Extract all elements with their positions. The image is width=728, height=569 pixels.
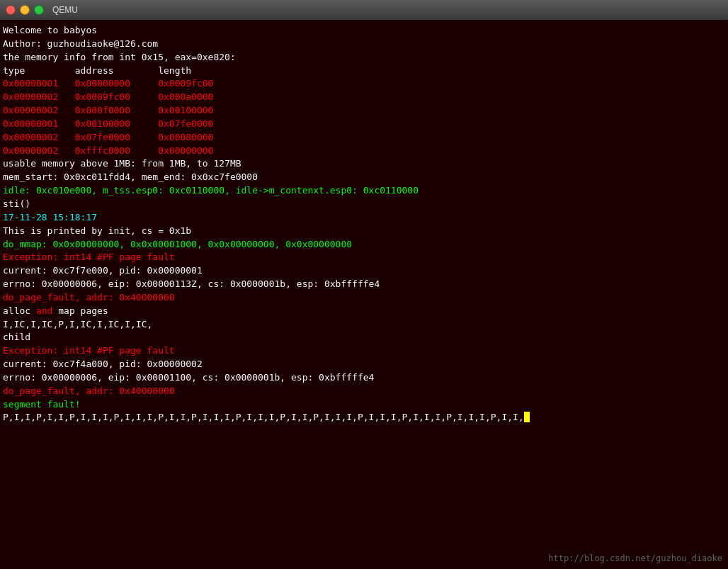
line-18: Exception: int14 #PF page fault bbox=[3, 251, 725, 264]
close-button[interactable] bbox=[6, 5, 16, 15]
line-25: Exception: int14 #PF page fault bbox=[3, 344, 725, 358]
line-10: 0x00000002 0xfffc0000 0x00000000 bbox=[3, 145, 725, 158]
window-title: QEMU bbox=[52, 5, 78, 15]
line-12: mem_start: 0x0xc011fdd4, mem_end: 0x0xc7… bbox=[3, 171, 725, 184]
line-15: 17-11-28 15:18:17 bbox=[3, 211, 725, 225]
watermark: http://blog.csdn.net/guzhou_diaoke bbox=[548, 553, 722, 563]
line-27: errno: 0x00000006, eip: 0x00001100, cs: … bbox=[3, 371, 725, 385]
line-23: I,IC,I,IC,P,I,IC,I,IC,I,IC, bbox=[3, 318, 725, 332]
terminal-cursor bbox=[524, 412, 530, 422]
line-14: sti() bbox=[3, 198, 725, 211]
line-24: child bbox=[3, 331, 725, 344]
terminal-output: Welcome to babyos Author: guzhoudiaoke@1… bbox=[0, 20, 728, 569]
line-9: 0x00000002 0x07fe0000 0x00080000 bbox=[3, 131, 725, 145]
maximize-button[interactable] bbox=[34, 5, 44, 15]
line-11: usable memory above 1MB: from 1MB, to 12… bbox=[3, 157, 725, 171]
titlebar: QEMU bbox=[0, 0, 728, 20]
line-7: 0x00000002 0x000f0000 0x00100000 bbox=[3, 104, 725, 118]
line-21: do_page_fault, addr: 0x40000000 bbox=[3, 291, 725, 305]
line-17: do_mmap: 0x0x00000000, 0x0x00001000, 0x0… bbox=[3, 238, 725, 252]
line-30: P,I,I,P,I,I,P,I,I,I,P,I,I,I,P,I,I,P,I,I,… bbox=[3, 411, 725, 424]
line-1: Welcome to babyos bbox=[3, 24, 725, 38]
line-28: do_page_fault, addr: 0x40000000 bbox=[3, 385, 725, 398]
line-5: 0x00000001 0x00000000 0x0009fc00 bbox=[3, 77, 725, 91]
line-22: alloc and map pages bbox=[3, 305, 725, 318]
line-8: 0x00000001 0x00100000 0x07fe0000 bbox=[3, 118, 725, 131]
line-3: the memory info from int 0x15, eax=0xe82… bbox=[3, 51, 725, 64]
line-26: current: 0xc7f4a000, pid: 0x00000002 bbox=[3, 358, 725, 371]
line-20: errno: 0x00000006, eip: 0x00000113Z, cs:… bbox=[3, 278, 725, 291]
line-13: idle: 0xc010e000, m_tss.esp0: 0xc0110000… bbox=[3, 184, 725, 198]
line-6: 0x00000002 0x0009fc00 0x000a0000 bbox=[3, 91, 725, 104]
line-16: This is printed by init, cs = 0x1b bbox=[3, 225, 725, 238]
minimize-button[interactable] bbox=[20, 5, 30, 15]
line-2: Author: guzhoudiaoke@126.com bbox=[3, 38, 725, 51]
line-4: type address length bbox=[3, 64, 725, 78]
line-19: current: 0xc7f7e000, pid: 0x00000001 bbox=[3, 264, 725, 278]
line-29: segment fault! bbox=[3, 398, 725, 412]
